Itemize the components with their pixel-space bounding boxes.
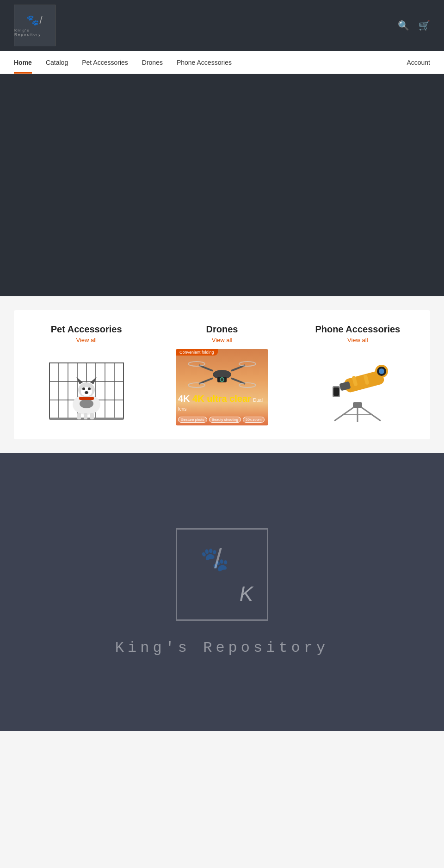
drone-ultraclear-label: 4K ultra clear [192, 393, 251, 404]
nav-item-pet-accessories[interactable]: Pet Accessories [82, 52, 128, 73]
svg-rect-47 [353, 402, 362, 408]
brand-k-letter: K [240, 582, 253, 606]
svg-point-29 [188, 362, 205, 366]
svg-rect-21 [77, 413, 81, 419]
pet-accessories-title: Pet Accessories [23, 324, 149, 335]
account-link[interactable]: Account [407, 59, 430, 66]
search-button[interactable]: 🔍 [398, 20, 409, 31]
site-header: 🐾/ King's Repository 🔍 🛒 [0, 0, 444, 51]
svg-point-16 [82, 387, 85, 390]
nav-item-catalog[interactable]: Catalog [46, 52, 68, 73]
site-logo[interactable]: 🐾/ King's Repository [14, 5, 56, 46]
categories-card: Pet Accessories View all [14, 310, 430, 439]
category-drones: Drones View all Convenient folding [159, 324, 285, 425]
drone-tag-zoom: 50x zoom [243, 417, 265, 423]
brand-logo-box: 🐾 / K [176, 528, 268, 621]
svg-rect-22 [84, 413, 87, 419]
search-icon: 🔍 [398, 20, 409, 31]
logo-label: King's Repository [14, 28, 55, 37]
drone-tags: Gesture photo Beauty shooting 50x zoom [178, 417, 265, 423]
svg-point-30 [239, 362, 256, 366]
categories-section: Pet Accessories View all [0, 296, 444, 453]
drone-tag-beauty: Beauty shooting [209, 417, 241, 423]
drones-image: Convenient folding [176, 349, 268, 425]
cart-button[interactable]: 🛒 [419, 20, 430, 31]
drones-view-all[interactable]: View all [159, 337, 285, 343]
svg-rect-46 [333, 387, 339, 396]
svg-rect-23 [90, 413, 94, 419]
phone-accessories-title: Phone Accessories [295, 324, 421, 335]
phone-accessories-image [311, 349, 404, 425]
pet-accessories-view-all[interactable]: View all [23, 337, 149, 343]
drone-title-overlay: 4K 4K ultra clear Dual lens [178, 393, 266, 412]
drone-tag-gesture: Gesture photo [178, 417, 207, 423]
hero-banner [0, 74, 444, 296]
nav-item-home[interactable]: Home [14, 52, 32, 73]
phone-accessories-view-all[interactable]: View all [295, 337, 421, 343]
svg-point-18 [85, 391, 88, 394]
cart-icon: 🛒 [419, 20, 430, 31]
header-icons: 🔍 🛒 [398, 20, 430, 31]
logo-paw-icon: 🐾/ [26, 14, 43, 26]
svg-point-19 [80, 399, 93, 408]
main-nav: Home Catalog Pet Accessories Drones Phon… [0, 51, 444, 74]
pet-accessories-image [40, 349, 133, 425]
svg-point-17 [88, 387, 91, 390]
svg-point-32 [239, 383, 256, 387]
category-phone-accessories: Phone Accessories View all [295, 324, 421, 425]
brand-slash-icon: / [214, 543, 222, 575]
nav-item-phone-accessories[interactable]: Phone Accessories [177, 52, 232, 73]
drone-4k-label: 4K [178, 393, 192, 404]
category-pet-accessories: Pet Accessories View all [23, 324, 149, 425]
svg-point-43 [379, 368, 384, 374]
drones-title: Drones [159, 324, 285, 335]
svg-rect-20 [79, 397, 94, 400]
nav-item-drones[interactable]: Drones [142, 52, 163, 73]
svg-point-31 [188, 383, 205, 387]
brand-name: King's Repository [115, 639, 329, 656]
nav-links: Home Catalog Pet Accessories Drones Phon… [14, 52, 232, 73]
brand-section: 🐾 / K King's Repository [0, 453, 444, 731]
svg-point-35 [221, 378, 223, 381]
